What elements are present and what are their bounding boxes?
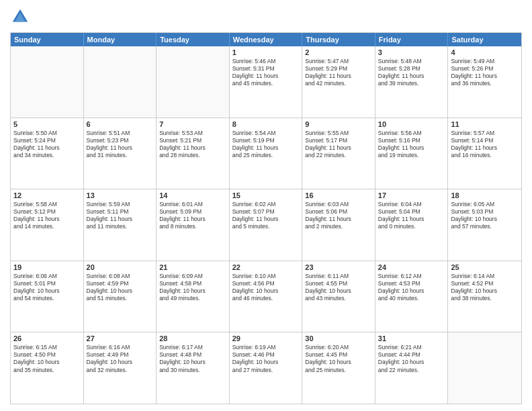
day-number: 30: [305, 334, 372, 342]
calendar-cell: 18Sunrise: 6:05 AM Sunset: 5:03 PM Dayli…: [448, 189, 521, 261]
day-number: 8: [232, 120, 300, 128]
calendar-cell: 4Sunrise: 5:49 AM Sunset: 5:26 PM Daylig…: [448, 46, 521, 118]
cell-text: Sunrise: 5:48 AM Sunset: 5:28 PM Dayligh…: [378, 58, 445, 87]
calendar-cell: 19Sunrise: 6:06 AM Sunset: 5:01 PM Dayli…: [11, 261, 84, 332]
cell-text: Sunrise: 6:05 AM Sunset: 5:03 PM Dayligh…: [451, 201, 519, 230]
calendar-cell: 24Sunrise: 6:12 AM Sunset: 4:53 PM Dayli…: [375, 261, 449, 332]
weekday-header: Sunday: [11, 33, 84, 46]
day-number: 17: [378, 191, 445, 199]
cell-text: Sunrise: 6:11 AM Sunset: 4:55 PM Dayligh…: [305, 273, 372, 302]
day-number: 4: [451, 48, 519, 56]
day-number: 28: [159, 334, 226, 342]
calendar-row: 19Sunrise: 6:06 AM Sunset: 5:01 PM Dayli…: [11, 261, 521, 332]
calendar-cell: [84, 46, 157, 118]
cell-text: Sunrise: 5:56 AM Sunset: 5:16 PM Dayligh…: [378, 130, 445, 159]
cell-text: Sunrise: 5:46 AM Sunset: 5:31 PM Dayligh…: [232, 58, 300, 87]
cell-text: Sunrise: 6:06 AM Sunset: 5:01 PM Dayligh…: [13, 273, 81, 302]
logo: [10, 7, 33, 27]
cell-text: Sunrise: 5:57 AM Sunset: 5:14 PM Dayligh…: [451, 130, 519, 159]
weekday-header: Friday: [375, 33, 449, 46]
cell-text: Sunrise: 6:03 AM Sunset: 5:06 PM Dayligh…: [305, 201, 372, 230]
day-number: 5: [13, 120, 81, 128]
calendar-cell: 12Sunrise: 5:58 AM Sunset: 5:12 PM Dayli…: [11, 189, 84, 261]
calendar-cell: 14Sunrise: 6:01 AM Sunset: 5:09 PM Dayli…: [157, 189, 230, 261]
cell-text: Sunrise: 6:08 AM Sunset: 4:59 PM Dayligh…: [87, 273, 154, 302]
calendar-cell: 11Sunrise: 5:57 AM Sunset: 5:14 PM Dayli…: [448, 118, 521, 189]
calendar-cell: 1Sunrise: 5:46 AM Sunset: 5:31 PM Daylig…: [230, 46, 303, 118]
page: SundayMondayTuesdayWednesdayThursdayFrid…: [0, 0, 532, 411]
cell-text: Sunrise: 6:16 AM Sunset: 4:49 PM Dayligh…: [87, 344, 154, 373]
day-number: 16: [305, 191, 372, 199]
cell-text: Sunrise: 5:50 AM Sunset: 5:24 PM Dayligh…: [13, 130, 81, 159]
day-number: 25: [451, 263, 519, 271]
calendar-cell: 9Sunrise: 5:55 AM Sunset: 5:17 PM Daylig…: [302, 118, 375, 189]
calendar-row: 26Sunrise: 6:15 AM Sunset: 4:50 PM Dayli…: [11, 332, 521, 404]
cell-text: Sunrise: 5:47 AM Sunset: 5:29 PM Dayligh…: [305, 58, 372, 87]
day-number: 29: [232, 334, 300, 342]
day-number: 3: [378, 48, 445, 56]
day-number: 19: [13, 263, 81, 271]
calendar-cell: 29Sunrise: 6:19 AM Sunset: 4:46 PM Dayli…: [230, 332, 303, 404]
cell-text: Sunrise: 5:58 AM Sunset: 5:12 PM Dayligh…: [13, 201, 81, 230]
header: [10, 7, 522, 27]
day-number: 23: [305, 263, 372, 271]
day-number: 10: [378, 120, 445, 128]
cell-text: Sunrise: 6:17 AM Sunset: 4:48 PM Dayligh…: [159, 344, 226, 373]
cell-text: Sunrise: 6:15 AM Sunset: 4:50 PM Dayligh…: [13, 344, 81, 373]
calendar-cell: 15Sunrise: 6:02 AM Sunset: 5:07 PM Dayli…: [230, 189, 303, 261]
cell-text: Sunrise: 6:19 AM Sunset: 4:46 PM Dayligh…: [232, 344, 300, 373]
calendar-cell: 10Sunrise: 5:56 AM Sunset: 5:16 PM Dayli…: [375, 118, 449, 189]
day-number: 24: [378, 263, 445, 271]
cell-text: Sunrise: 6:04 AM Sunset: 5:04 PM Dayligh…: [378, 201, 445, 230]
calendar-cell: 5Sunrise: 5:50 AM Sunset: 5:24 PM Daylig…: [11, 118, 84, 189]
calendar-cell: 21Sunrise: 6:09 AM Sunset: 4:58 PM Dayli…: [157, 261, 230, 332]
day-number: 20: [87, 263, 154, 271]
cell-text: Sunrise: 6:20 AM Sunset: 4:45 PM Dayligh…: [305, 344, 372, 373]
weekday-header: Thursday: [302, 33, 375, 46]
calendar-cell: 25Sunrise: 6:14 AM Sunset: 4:52 PM Dayli…: [448, 261, 521, 332]
day-number: 14: [159, 191, 226, 199]
calendar-cell: [11, 46, 84, 118]
calendar-cell: 16Sunrise: 6:03 AM Sunset: 5:06 PM Dayli…: [302, 189, 375, 261]
calendar-cell: 17Sunrise: 6:04 AM Sunset: 5:04 PM Dayli…: [375, 189, 449, 261]
cell-text: Sunrise: 5:54 AM Sunset: 5:19 PM Dayligh…: [232, 130, 300, 159]
calendar-row: 12Sunrise: 5:58 AM Sunset: 5:12 PM Dayli…: [11, 189, 521, 261]
calendar-cell: 6Sunrise: 5:51 AM Sunset: 5:23 PM Daylig…: [84, 118, 157, 189]
cell-text: Sunrise: 5:55 AM Sunset: 5:17 PM Dayligh…: [305, 130, 372, 159]
calendar-cell: 23Sunrise: 6:11 AM Sunset: 4:55 PM Dayli…: [302, 261, 375, 332]
cell-text: Sunrise: 5:53 AM Sunset: 5:21 PM Dayligh…: [159, 130, 226, 159]
day-number: 11: [451, 120, 519, 128]
day-number: 1: [232, 48, 300, 56]
day-number: 31: [378, 334, 445, 342]
cell-text: Sunrise: 5:59 AM Sunset: 5:11 PM Dayligh…: [87, 201, 154, 230]
calendar-cell: 3Sunrise: 5:48 AM Sunset: 5:28 PM Daylig…: [375, 46, 449, 118]
calendar-cell: 20Sunrise: 6:08 AM Sunset: 4:59 PM Dayli…: [84, 261, 157, 332]
calendar-cell: 27Sunrise: 6:16 AM Sunset: 4:49 PM Dayli…: [84, 332, 157, 404]
calendar-row: 5Sunrise: 5:50 AM Sunset: 5:24 PM Daylig…: [11, 118, 521, 189]
cell-text: Sunrise: 6:14 AM Sunset: 4:52 PM Dayligh…: [451, 273, 519, 302]
calendar-cell: [448, 332, 521, 404]
cell-text: Sunrise: 6:09 AM Sunset: 4:58 PM Dayligh…: [159, 273, 226, 302]
day-number: 13: [87, 191, 154, 199]
calendar-cell: [157, 46, 230, 118]
calendar-header: SundayMondayTuesdayWednesdayThursdayFrid…: [11, 33, 521, 46]
day-number: 21: [159, 263, 226, 271]
cell-text: Sunrise: 6:10 AM Sunset: 4:56 PM Dayligh…: [232, 273, 300, 302]
day-number: 15: [232, 191, 300, 199]
calendar-cell: 8Sunrise: 5:54 AM Sunset: 5:19 PM Daylig…: [230, 118, 303, 189]
calendar-cell: 26Sunrise: 6:15 AM Sunset: 4:50 PM Dayli…: [11, 332, 84, 404]
calendar-cell: 30Sunrise: 6:20 AM Sunset: 4:45 PM Dayli…: [302, 332, 375, 404]
weekday-header: Tuesday: [157, 33, 230, 46]
calendar-cell: 28Sunrise: 6:17 AM Sunset: 4:48 PM Dayli…: [157, 332, 230, 404]
calendar-cell: 31Sunrise: 6:21 AM Sunset: 4:44 PM Dayli…: [375, 332, 449, 404]
calendar-row: 1Sunrise: 5:46 AM Sunset: 5:31 PM Daylig…: [11, 46, 521, 118]
calendar-cell: 7Sunrise: 5:53 AM Sunset: 5:21 PM Daylig…: [157, 118, 230, 189]
weekday-header: Saturday: [448, 33, 521, 46]
day-number: 26: [13, 334, 81, 342]
day-number: 6: [87, 120, 154, 128]
day-number: 2: [305, 48, 372, 56]
cell-text: Sunrise: 6:21 AM Sunset: 4:44 PM Dayligh…: [378, 344, 445, 373]
day-number: 18: [451, 191, 519, 199]
day-number: 7: [159, 120, 226, 128]
cell-text: Sunrise: 6:12 AM Sunset: 4:53 PM Dayligh…: [378, 273, 445, 302]
